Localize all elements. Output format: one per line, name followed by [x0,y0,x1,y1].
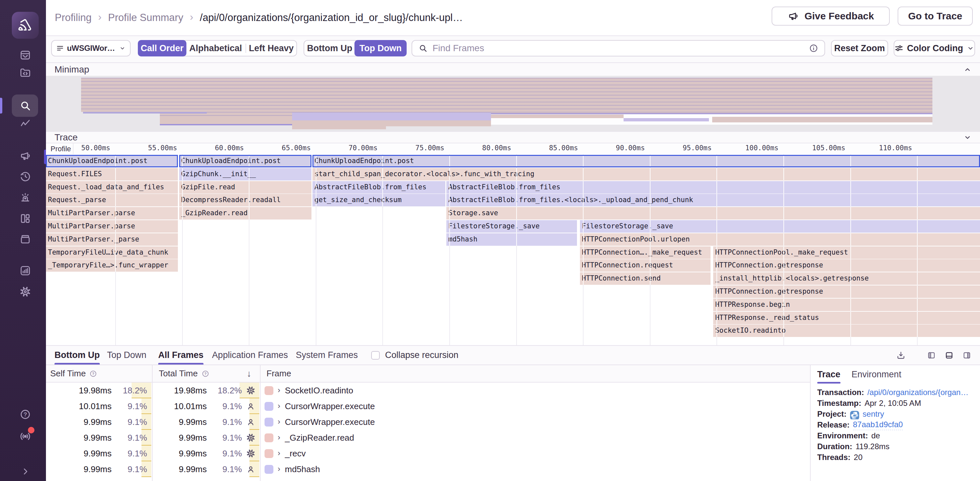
flame-frame[interactable]: GzipChunk.__init__ [179,168,312,181]
flame-frame[interactable]: _install_httplib.<locals>.getresponse [713,272,980,285]
table-row[interactable]: 9.99ms 9.1% 9.99ms 9.1% › _GzipReader.re… [46,430,810,446]
tab-application-frames[interactable]: Application Frames [212,346,288,365]
flame-frame[interactable]: md5hash [446,233,577,246]
flame-frame[interactable]: ChunkUploadEndpoint.post [179,155,312,167]
expand-chevron-icon[interactable]: › [278,446,280,461]
flame-frame[interactable]: Request._load_data_and_files [46,181,178,194]
flame-frame[interactable]: AbstractFileBlob.from_files [446,181,980,194]
column-header-self-time[interactable]: Self Time? [50,365,97,382]
panel-value-transaction[interactable]: /api/0/organizations/{organ… [867,387,969,398]
flame-frame[interactable]: get_size_and_checksum [312,194,445,206]
sentry-logo[interactable] [12,12,39,39]
sidebar-item-whats-new[interactable] [2,427,48,446]
expand-chevron-icon[interactable]: › [278,414,280,430]
flame-frame[interactable]: MultiPartParser._parse [46,233,178,246]
table-row[interactable]: 9.99ms 9.1% 9.99ms 9.1% › CursorWrapper.… [46,414,810,430]
flame-frame[interactable]: GzipFile.read [179,181,312,194]
export-download-icon[interactable] [896,351,906,360]
layout-dock-left-icon[interactable] [927,351,936,360]
table-row[interactable]: 19.98ms 18.2% 19.98ms 18.2% › SocketIO.r… [46,383,810,398]
flame-frame[interactable]: Request.FILES [46,168,178,181]
expand-chevron-icon[interactable]: › [278,461,280,477]
direction-option-top-down[interactable]: Top Down [355,40,407,56]
chevron-up-icon[interactable] [963,65,972,74]
give-feedback-button[interactable]: Give Feedback [772,6,890,25]
find-frames-search-input[interactable]: Find Frames [412,40,825,56]
sidebar-item-settings[interactable] [2,283,48,301]
sorting-option-left-heavy[interactable]: Left Heavy [246,41,296,56]
flame-frame[interactable]: _TemporaryFile…>.func_wrapper [46,259,178,271]
table-row[interactable]: 9.99ms 9.1% 9.99ms 9.1% › md5hash [46,461,810,477]
go-to-trace-button[interactable]: Go to Trace [897,6,973,25]
breadcrumb-profile-summary[interactable]: Profile Summary [108,12,183,24]
sidebar-item-feedback[interactable] [2,147,48,165]
flame-frame[interactable]: HTTPConnectionPool.urlopen [580,233,980,246]
reset-zoom-button[interactable]: Reset Zoom [831,40,888,56]
panel-tab-trace[interactable]: Trace [817,365,840,384]
sidebar-item-explore[interactable] [2,63,48,82]
sidebar-item-stats[interactable] [2,262,48,280]
flame-frame[interactable]: Storage.save [446,207,980,219]
minimap-canvas[interactable] [46,76,980,131]
sidebar-item-alerts[interactable] [2,188,48,207]
sorting-option-alphabetical[interactable]: Alphabetical [186,41,245,56]
trace-section-header[interactable]: Trace [46,131,980,143]
flame-frame[interactable]: AbstractFileBlob.from_files [312,181,445,194]
flame-frame[interactable]: ChunkUploadEndpoint.post [312,155,980,167]
flame-frame[interactable]: FilestoreStorage._save [446,220,577,233]
color-coding-dropdown[interactable]: Color Coding [894,40,975,56]
flame-frame[interactable]: start_child_span_decorator.<locals>.func… [312,168,980,181]
chevron-down-icon[interactable] [963,133,972,142]
tab-system-frames[interactable]: System Frames [296,346,358,365]
sidebar-item-dashboards[interactable] [2,210,48,228]
flame-frame[interactable]: TemporaryFileU…ive_data_chunk [46,246,178,259]
tab-top-down[interactable]: Top Down [107,346,146,365]
sidebar-item-releases[interactable] [2,230,48,248]
sorting-option-call-order[interactable]: Call Order [138,40,186,56]
flame-frame[interactable]: HTTPConnection.getresponse [713,286,980,298]
layout-dock-right-icon[interactable] [962,351,972,360]
flame-frame[interactable]: HTTPConnection…._make_request [580,246,711,259]
info-icon[interactable] [809,43,819,53]
flame-frame[interactable]: MultiPartParser.parse [46,207,178,219]
flame-frame[interactable]: MultiPartParser.parse [46,220,178,233]
sort-direction-arrow-icon[interactable]: ↓ [247,365,251,382]
breadcrumb-profiling[interactable]: Profiling [55,12,92,24]
flamegraph-chart[interactable]: ChunkUploadEndpoint.postChunkUploadEndpo… [46,154,980,345]
minimap-section-header[interactable]: Minimap [46,63,980,76]
collapse-recursion-checkbox[interactable] [371,351,380,360]
flame-frame[interactable]: DecompressReader.readall [179,194,312,206]
sidebar-item-replays[interactable] [2,167,48,186]
flame-frame[interactable]: FilestoreStorage._save [580,220,980,233]
layout-dock-bottom-icon[interactable] [945,351,954,360]
expand-chevron-icon[interactable]: › [278,430,280,446]
panel-value-project[interactable]: sentry [862,408,884,419]
flame-frame[interactable]: HTTPResponse.begin [713,298,980,311]
panel-value-release[interactable]: 87aab1d9cfa0 [853,419,903,430]
thread-selector[interactable]: uWSGIWor… [51,40,130,56]
flame-frame[interactable]: HTTPConnection.send [580,272,711,285]
sidebar-item-traces[interactable] [2,114,48,133]
sidebar-item-search[interactable] [2,97,48,115]
flame-frame[interactable]: HTTPResponse._read_status [713,312,980,324]
column-header-frame[interactable]: Frame [267,365,291,382]
sidebar-item-collapse[interactable] [2,462,48,481]
column-header-total-time[interactable]: Total Time? [159,365,210,382]
sidebar-item-issues[interactable] [2,46,48,64]
flame-frame[interactable]: ChunkUploadEndpoint.post [46,155,178,167]
expand-chevron-icon[interactable]: › [278,383,280,398]
expand-chevron-icon[interactable]: › [278,398,280,414]
table-row[interactable]: 9.99ms 9.1% 9.99ms 9.1% › _recv [46,446,810,461]
flame-frame[interactable]: HTTPConnection.request [580,259,711,271]
flame-frame[interactable]: HTTPConnection.getresponse [713,259,980,271]
direction-option-bottom-up[interactable]: Bottom Up [304,41,355,56]
flame-frame[interactable]: AbstractFileBlob.from_files.<locals>._up… [446,194,980,206]
flame-frame[interactable]: _GzipReader.read [179,207,312,219]
panel-tab-environment[interactable]: Environment [852,365,902,384]
flame-frame[interactable]: SocketIO.readinto [713,324,980,337]
flame-frame[interactable]: Request._parse [46,194,178,206]
table-row[interactable]: 10.01ms 9.1% 10.01ms 9.1% › CursorWrappe… [46,398,810,414]
sidebar-item-help[interactable]: ? [2,405,48,424]
tab-bottom-up[interactable]: Bottom Up [54,346,100,365]
flame-frame[interactable]: HTTPConnectionPool._make_request [713,246,980,259]
